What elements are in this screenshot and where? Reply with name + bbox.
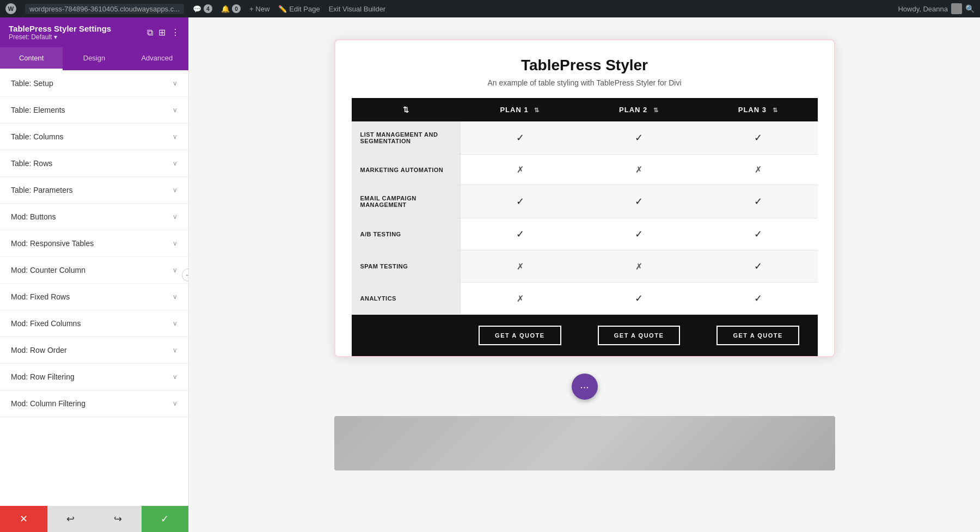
get-quote-plan2-button[interactable]: GET A QUOTE (598, 326, 680, 345)
cross-icon: ✗ (517, 165, 524, 174)
redo-button[interactable]: ↪ (94, 506, 142, 532)
chevron-down-icon: ∨ (173, 400, 177, 407)
footer-plan1-cell: GET A QUOTE (461, 315, 580, 357)
sidebar: TablePress Styler Settings Preset: Defau… (0, 17, 189, 532)
save-button[interactable]: ✓ (142, 506, 189, 532)
sidebar-item-table-elements[interactable]: Table: Elements ∨ (0, 97, 188, 124)
sidebar-item-mod-row-order[interactable]: Mod: Row Order ∨ (0, 337, 188, 364)
edit-page-button[interactable]: ✏️ Edit Page (278, 5, 320, 13)
wp-admin-bar: W wordpress-784896-3610405.cloudwaysapps… (0, 0, 980, 17)
sidebar-title: TablePress Styler Settings (9, 24, 111, 33)
table-title: TablePress Styler (352, 57, 818, 74)
check-icon: ✓ (754, 229, 762, 240)
plan1-cell: ✓ (461, 121, 580, 155)
sidebar-item-table-rows[interactable]: Table: Rows ∨ (0, 150, 188, 177)
table-row: ANALYTICS ✗ ✓ ✓ (352, 283, 818, 315)
tab-design[interactable]: Design (63, 47, 125, 70)
exit-builder-button[interactable]: Exit Visual Builder (329, 5, 386, 13)
chevron-down-icon: ∨ (173, 266, 177, 274)
cross-icon: ✗ (517, 294, 524, 303)
plan3-cell: ✓ (699, 250, 818, 283)
table-subtitle: An example of table styling with TablePr… (352, 78, 818, 87)
cross-icon: ✗ (517, 262, 524, 271)
sidebar-item-mod-responsive[interactable]: Mod: Responsive Tables ∨ (0, 230, 188, 257)
sort-icon: ⇅ (653, 107, 659, 114)
undo-button[interactable]: ↩ (47, 506, 95, 532)
sidebar-preset[interactable]: Preset: Default ▾ (9, 33, 111, 41)
sidebar-header: TablePress Styler Settings Preset: Defau… (0, 17, 188, 47)
check-icon: ✓ (516, 229, 524, 240)
search-icon[interactable]: 🔍 (965, 4, 975, 13)
sidebar-item-table-setup[interactable]: Table: Setup ∨ (0, 70, 188, 97)
table-row: EMAIL CAMPAIGN MANAGEMENT ✓ ✓ ✓ (352, 185, 818, 218)
floating-action-button[interactable]: ··· (572, 374, 598, 400)
sidebar-item-mod-counter[interactable]: Mod: Counter Column ∨ (0, 257, 188, 284)
check-icon: ✓ (635, 229, 643, 240)
site-url[interactable]: wordpress-784896-3610405.cloudwaysapps.c… (25, 4, 184, 14)
table-row: SPAM TESTING ✗ ✗ ✓ (352, 250, 818, 283)
sidebar-item-table-parameters[interactable]: Table: Parameters ∨ (0, 177, 188, 204)
comments-bar-item[interactable]: 💬 4 (193, 4, 212, 13)
feature-label: EMAIL CAMPAIGN MANAGEMENT (352, 185, 461, 218)
table-row: A/B TESTING ✓ ✓ ✓ (352, 218, 818, 250)
tab-content[interactable]: Content (0, 47, 63, 70)
cancel-button[interactable]: ✕ (0, 506, 47, 532)
chevron-down-icon: ∨ (173, 373, 177, 381)
table-row: MARKETING AUTOMATION ✗ ✗ ✗ (352, 155, 818, 185)
feature-label: SPAM TESTING (352, 250, 461, 283)
plan3-cell: ✓ (699, 185, 818, 218)
feature-label: ANALYTICS (352, 283, 461, 315)
sidebar-item-mod-column-filtering[interactable]: Mod: Column Filtering ∨ (0, 390, 188, 417)
sidebar-item-mod-buttons[interactable]: Mod: Buttons ∨ (0, 204, 188, 230)
table-header-plan2[interactable]: PLAN 2 ⇅ (579, 98, 699, 121)
table-header-feature[interactable]: ⇅ (352, 98, 461, 121)
sidebar-item-mod-fixed-columns[interactable]: Mod: Fixed Columns ∨ (0, 310, 188, 337)
table-header-plan1[interactable]: PLAN 1 ⇅ (461, 98, 580, 121)
sort-icon: ⇅ (534, 107, 540, 114)
feature-label: MARKETING AUTOMATION (352, 155, 461, 185)
sidebar-bottom-toolbar: ✕ ↩ ↪ ✓ (0, 506, 188, 532)
check-icon: ✓ (754, 132, 762, 143)
plan2-cell: ✓ (579, 218, 699, 250)
get-quote-plan1-button[interactable]: GET A QUOTE (479, 326, 561, 345)
footer-plan2-cell: GET A QUOTE (579, 315, 699, 357)
feature-label: A/B TESTING (352, 218, 461, 250)
main-layout: TablePress Styler Settings Preset: Defau… (0, 17, 980, 532)
grid-icon[interactable]: ⊞ (158, 27, 166, 38)
chevron-down-icon: ∨ (173, 320, 177, 327)
close-icon: ✕ (20, 513, 28, 525)
sidebar-item-mod-row-filtering[interactable]: Mod: Row Filtering ∨ (0, 364, 188, 390)
plan2-cell: ✓ (579, 283, 699, 315)
table-header-plan3[interactable]: PLAN 3 ⇅ (699, 98, 818, 121)
new-button[interactable]: + New (249, 5, 270, 13)
plan3-cell: ✓ (699, 121, 818, 155)
chevron-down-icon: ▾ (54, 33, 57, 41)
chevron-down-icon: ∨ (173, 186, 177, 194)
chevron-down-icon: ∨ (173, 346, 177, 354)
sort-icon: ⇅ (403, 106, 409, 114)
canvas: TablePress Styler An example of table st… (189, 17, 980, 532)
plan2-cell: ✓ (579, 185, 699, 218)
sidebar-header-icons: ⧉ ⊞ ⋮ (147, 27, 180, 38)
more-icon[interactable]: ⋮ (171, 27, 180, 38)
sidebar-header-text: TablePress Styler Settings Preset: Defau… (9, 24, 111, 41)
sort-icon: ⇅ (773, 107, 778, 114)
wp-logo-icon[interactable]: W (5, 3, 16, 14)
plan2-cell: ✗ (579, 250, 699, 283)
sidebar-item-mod-fixed-rows[interactable]: Mod: Fixed Rows ∨ (0, 284, 188, 310)
sidebar-item-table-columns[interactable]: Table: Columns ∨ (0, 124, 188, 150)
check-icon: ✓ (635, 196, 643, 207)
sidebar-tabs: Content Design Advanced (0, 47, 188, 70)
tab-advanced[interactable]: Advanced (126, 47, 188, 70)
notifications-count: 0 (232, 4, 241, 13)
feature-label: LIST MANAGEMENT AND SEGMENTATION (352, 121, 461, 155)
notifications-bar-item[interactable]: 🔔 0 (221, 4, 241, 13)
edit-icon: ✏️ (278, 5, 287, 13)
check-icon: ✓ (161, 513, 169, 525)
plan1-cell: ✗ (461, 155, 580, 185)
copy-icon[interactable]: ⧉ (147, 28, 153, 38)
get-quote-plan3-button[interactable]: GET A QUOTE (716, 326, 799, 345)
chevron-down-icon: ∨ (173, 160, 177, 167)
footer-empty-cell (352, 315, 461, 357)
check-icon: ✓ (754, 261, 762, 272)
